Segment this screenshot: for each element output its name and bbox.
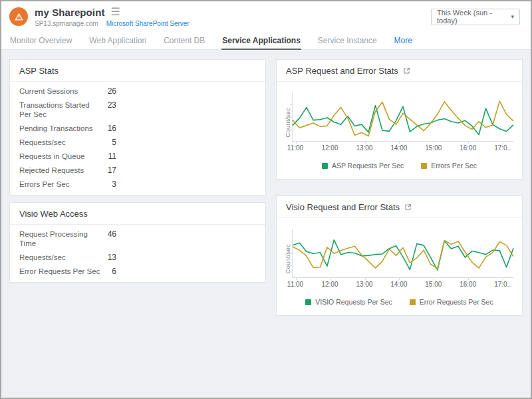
x-tick-label: 12:00 bbox=[321, 281, 338, 288]
chevron-down-icon: ▾ bbox=[511, 13, 514, 20]
visio-chart-title: Visio Request and Error Stats bbox=[286, 202, 400, 212]
stat-value: 23 bbox=[102, 100, 116, 110]
asp-chart-panel: ASP Request and Error Stats Count/sec bbox=[276, 59, 523, 180]
y-axis-label: Count/sec bbox=[284, 108, 291, 138]
charts-column: ASP Request and Error Stats Count/sec bbox=[276, 59, 523, 316]
visio-chart-lines bbox=[293, 229, 513, 277]
legend-label: Error Requests Per Sec bbox=[420, 298, 493, 306]
asp-stats-title: ASP Stats bbox=[10, 60, 265, 82]
monitor-host: SP13.spmanage.com bbox=[35, 20, 98, 27]
legend-swatch-green bbox=[305, 299, 311, 305]
tab-service-applications[interactable]: Service Applications bbox=[221, 32, 301, 50]
legend-item[interactable]: Errors Per Sec bbox=[421, 162, 477, 170]
tab-more[interactable]: More bbox=[394, 32, 413, 50]
asp-stats-panel: ASP Stats Current Sessions 26 Transactio… bbox=[9, 59, 266, 196]
stat-row: Current Sessions 26 bbox=[10, 84, 265, 98]
visio-web-access-title: Visio Web Access bbox=[10, 203, 265, 225]
visio-chart-panel: Visio Request and Error Stats Count/sec bbox=[276, 196, 523, 316]
x-tick-label: 13:00 bbox=[356, 281, 372, 288]
legend-item[interactable]: ASP Requests Per Sec bbox=[322, 162, 404, 170]
legend-swatch-green bbox=[322, 163, 328, 169]
x-tick-label: 14:00 bbox=[390, 281, 407, 288]
asp-chart-title: ASP Request and Error Stats bbox=[286, 66, 398, 76]
stats-column: ASP Stats Current Sessions 26 Transactio… bbox=[9, 59, 266, 283]
stat-row: Requests/sec 13 bbox=[10, 250, 265, 264]
monitor-identity: my Sharepoint ☰ SP13.spmanage.com Micros… bbox=[35, 7, 190, 27]
stat-value: 17 bbox=[102, 166, 116, 175]
x-tick-label: 16:00 bbox=[460, 281, 476, 288]
stat-row: Pending Transactions 16 bbox=[10, 121, 265, 135]
x-tick-label: 17:0.. bbox=[494, 144, 511, 152]
visio-chart: Count/sec 11:00 12:00 13:00 14:00 1 bbox=[277, 218, 522, 289]
legend-label: ASP Requests Per Sec bbox=[332, 162, 404, 170]
stat-label: Requests/sec bbox=[19, 253, 102, 262]
stat-value: 16 bbox=[102, 124, 116, 133]
tab-web-application[interactable]: Web Application bbox=[88, 32, 147, 50]
legend-label: VISIO Requests Per Sec bbox=[315, 298, 392, 306]
stat-row: Request Processing Time 46 bbox=[10, 227, 265, 250]
stat-row: Errors Per Sec 3 bbox=[10, 177, 265, 191]
server-type-link[interactable]: Microsoft SharePoint Server bbox=[106, 20, 190, 27]
tab-monitor-overview[interactable]: Monitor Overview bbox=[9, 32, 72, 50]
hamburger-menu-icon[interactable]: ☰ bbox=[111, 7, 120, 17]
tab-content-db[interactable]: Content DB bbox=[163, 32, 205, 50]
x-tick-label: 17:0.. bbox=[494, 281, 511, 288]
stat-value: 46 bbox=[102, 229, 116, 239]
legend-label: Errors Per Sec bbox=[431, 162, 477, 170]
tab-service-instance[interactable]: Service Instance bbox=[317, 32, 378, 50]
time-range-value: This Week (sun - today) bbox=[437, 9, 511, 25]
asp-chart-legend: ASP Requests Per Sec Errors Per Sec bbox=[277, 162, 522, 170]
stat-row: Error Requests Per Sec 6 bbox=[10, 264, 265, 278]
legend-item[interactable]: Error Requests Per Sec bbox=[410, 298, 493, 306]
stat-value: 6 bbox=[102, 267, 116, 276]
page-title: my Sharepoint bbox=[35, 7, 105, 18]
stat-value: 13 bbox=[102, 253, 116, 262]
stat-label: Request Processing Time bbox=[19, 229, 102, 248]
time-range-select[interactable]: This Week (sun - today) ▾ bbox=[431, 9, 520, 25]
visio-web-access-panel: Visio Web Access Request Processing Time… bbox=[9, 202, 266, 283]
monitor-status-avatar bbox=[9, 7, 28, 26]
tab-bar: Monitor Overview Web Application Content… bbox=[1, 32, 531, 50]
open-in-new-icon[interactable] bbox=[404, 203, 412, 211]
x-tick-label: 11:00 bbox=[287, 144, 303, 152]
stat-label: Transactions Started Per Sec bbox=[19, 100, 102, 119]
y-axis-label: Count/sec bbox=[284, 244, 291, 274]
stat-row: Requests in Queue 11 bbox=[10, 149, 265, 163]
legend-item[interactable]: VISIO Requests Per Sec bbox=[305, 298, 392, 306]
stat-value: 11 bbox=[102, 152, 116, 161]
stat-value: 26 bbox=[102, 86, 116, 96]
x-tick-label: 14:00 bbox=[390, 144, 407, 152]
stat-row: Rejected Requests 17 bbox=[10, 163, 265, 177]
stat-label: Error Requests Per Sec bbox=[19, 267, 102, 276]
x-tick-label: 16:00 bbox=[460, 144, 476, 152]
stat-label: Rejected Requests bbox=[19, 166, 102, 175]
legend-swatch-yellow bbox=[421, 163, 427, 169]
stat-label: Requests in Queue bbox=[19, 152, 102, 161]
header: my Sharepoint ☰ SP13.spmanage.com Micros… bbox=[1, 1, 531, 32]
asp-chart-lines bbox=[293, 92, 513, 141]
x-tick-label: 13:00 bbox=[356, 144, 372, 152]
stat-label: Errors Per Sec bbox=[19, 180, 102, 189]
legend-swatch-yellow bbox=[410, 299, 416, 305]
dashboard-body: ASP Stats Current Sessions 26 Transactio… bbox=[1, 50, 531, 398]
app-window: my Sharepoint ☰ SP13.spmanage.com Micros… bbox=[0, 0, 532, 399]
x-axis-labels: 11:00 12:00 13:00 14:00 15:00 16:00 17:0… bbox=[292, 281, 513, 289]
stat-row: Requests/sec 5 bbox=[10, 135, 265, 149]
asp-chart-plot-area bbox=[292, 92, 513, 142]
x-tick-label: 12:00 bbox=[321, 144, 338, 152]
x-tick-label: 15:00 bbox=[425, 281, 442, 288]
open-in-new-icon[interactable] bbox=[403, 67, 410, 74]
asp-chart: Count/sec 11:00 12:00 13:00 14:00 1 bbox=[277, 82, 522, 153]
x-tick-label: 11:00 bbox=[287, 281, 303, 288]
x-axis-labels: 11:00 12:00 13:00 14:00 15:00 16:00 17:0… bbox=[292, 144, 513, 153]
stat-value: 3 bbox=[102, 180, 116, 189]
stat-label: Pending Transactions bbox=[19, 124, 102, 133]
x-tick-label: 15:00 bbox=[425, 144, 442, 152]
warning-icon bbox=[14, 12, 24, 22]
stat-label: Current Sessions bbox=[19, 86, 102, 96]
stat-label: Requests/sec bbox=[19, 138, 102, 147]
visio-chart-plot-area bbox=[292, 229, 513, 278]
visio-chart-legend: VISIO Requests Per Sec Error Requests Pe… bbox=[277, 298, 522, 306]
stat-value: 5 bbox=[102, 138, 116, 147]
stat-row: Transactions Started Per Sec 23 bbox=[10, 98, 265, 121]
